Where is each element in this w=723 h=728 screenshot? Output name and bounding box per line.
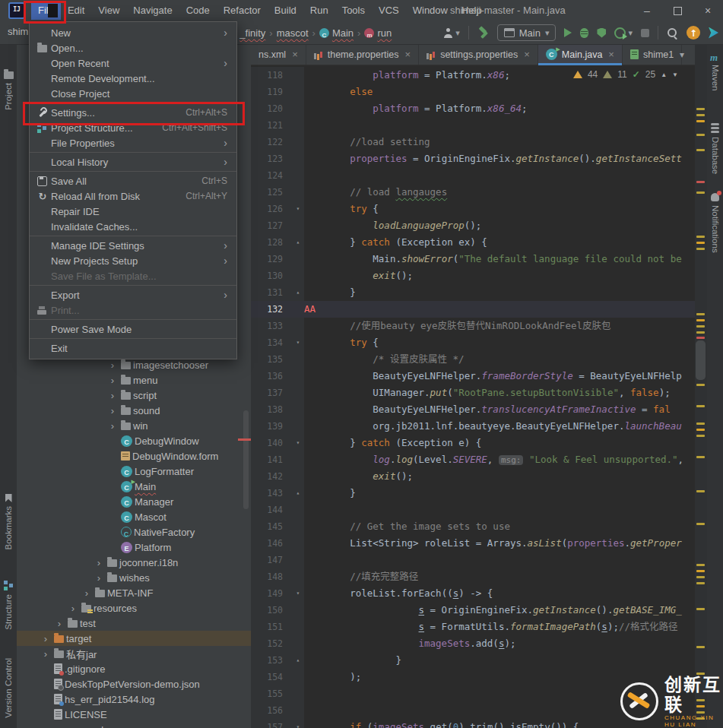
code-line-141[interactable]: 141 log.log(Level.SEVERE, msg: "Look & F…: [251, 451, 707, 468]
file-menu-item-invalidate-caches[interactable]: Invalidate Caches...: [30, 219, 236, 234]
breadcrumb-project[interactable]: shim: [8, 26, 28, 37]
code-line-135[interactable]: 135 /* 设置皮肤属性 */: [251, 351, 707, 368]
tree-item-debugwindow[interactable]: DebugWindow: [17, 433, 251, 448]
tree-item-test[interactable]: ›test: [17, 616, 251, 631]
tree-expand-arrow-icon[interactable]: ›: [53, 618, 65, 629]
fold-marker-icon[interactable]: ▴: [292, 284, 304, 301]
next-problem-button[interactable]: ▼: [672, 71, 678, 78]
code-line-146[interactable]: 146 List<String> roleList = Arrays.asLis…: [251, 535, 707, 552]
code-line-131[interactable]: 131▴ }: [251, 284, 707, 301]
editor-tab-main-java[interactable]: Main.java×: [538, 44, 623, 65]
breadcrumb-item-finity[interactable]: _finity: [239, 27, 265, 39]
fold-marker-icon[interactable]: ▾: [292, 585, 304, 602]
menubar-item-window[interactable]: Window: [406, 2, 455, 20]
code-line-150[interactable]: 150 s = OriginEngineFix.getInstance().ge…: [251, 602, 707, 619]
close-button[interactable]: ×: [693, 0, 723, 21]
menubar-item-view[interactable]: View: [91, 2, 126, 20]
minimize-button[interactable]: –: [632, 0, 662, 21]
code-line-140[interactable]: 140▾ } catch (Exception e) {: [251, 435, 707, 451]
tab-overflow-chevron-icon[interactable]: ▾: [680, 49, 684, 60]
code-line-124[interactable]: 124: [251, 167, 707, 184]
file-menu-item-open[interactable]: Open...: [30, 40, 236, 55]
tree-item-debugwindow-form[interactable]: DebugWindow.form: [17, 448, 251, 464]
file-menu-item-power-save-mode[interactable]: Power Save Mode: [30, 321, 236, 337]
code-line-126[interactable]: 126▾ try {: [251, 201, 707, 217]
file-menu-item-export[interactable]: Export›: [30, 287, 236, 302]
stop-button[interactable]: [641, 29, 649, 37]
code-line-120[interactable]: 120 platform = Platform.x86_64;: [251, 100, 707, 117]
file-menu-item-close-project[interactable]: Close Project: [30, 86, 236, 101]
tree-item-desktoppetversion-demo-json[interactable]: DeskTopPetVersion-demo.json: [17, 676, 251, 692]
warning-stripe-mark[interactable]: [696, 576, 705, 578]
fold-marker-icon[interactable]: ▾: [292, 435, 304, 451]
code-line-119[interactable]: 119 else: [251, 84, 707, 100]
build-button[interactable]: [477, 27, 489, 39]
code-line-145[interactable]: 145 // Get the image sets to use: [251, 518, 707, 535]
tree-item-main[interactable]: Main: [17, 479, 251, 494]
warning-stripe-mark[interactable]: [696, 570, 705, 572]
tool-window-button-notifications[interactable]: Notifications: [707, 193, 723, 253]
warning-stripe-mark[interactable]: [696, 456, 705, 458]
tree-expand-arrow-icon[interactable]: ›: [40, 648, 52, 660]
previous-problem-button[interactable]: ▲: [661, 71, 667, 78]
warning-stripe-mark[interactable]: [696, 646, 705, 648]
tree-item-mascot[interactable]: Mascot: [17, 509, 251, 524]
menubar-item-refactor[interactable]: Refactor: [217, 2, 268, 20]
breadcrumb-item-main[interactable]: Main: [319, 27, 354, 39]
tool-window-button-database[interactable]: Database: [707, 123, 723, 174]
warning-stripe-mark[interactable]: [696, 114, 705, 116]
editor-tab-settings-properties[interactable]: settings.properties×: [419, 44, 538, 65]
search-everywhere-button[interactable]: [667, 27, 678, 39]
tree-item-imagesetchooser[interactable]: ›imagesetchooser: [17, 357, 251, 372]
code-line-128[interactable]: 128▴ } catch (Exception ex) {: [251, 234, 707, 251]
tree-item-gitignore[interactable]: .gitignore: [17, 661, 251, 676]
tool-window-button-maven[interactable]: Maven: [707, 50, 723, 91]
warning-stripe-mark[interactable]: [696, 325, 705, 328]
tree-item-platform[interactable]: Platform: [17, 540, 251, 555]
file-menu-item-repair-ide[interactable]: Repair IDE: [30, 204, 236, 219]
warning-stripe-mark[interactable]: [696, 120, 705, 122]
project-scrollbar-thumb[interactable]: [243, 410, 249, 509]
tree-item-target[interactable]: ›target: [17, 631, 251, 646]
tool-window-button-structure[interactable]: Structure: [0, 581, 17, 630]
tree-item-menu[interactable]: ›menu: [17, 372, 251, 388]
code-line-149[interactable]: 149▾ roleList.forEach((s) -> {: [251, 585, 707, 602]
code-with-me-button[interactable]: ▾: [442, 28, 460, 38]
maximize-button[interactable]: [662, 0, 693, 21]
tree-item-license[interactable]: LICENSE: [17, 707, 251, 722]
warning-stripe-mark[interactable]: [696, 490, 705, 492]
warning-stripe-mark[interactable]: [696, 423, 705, 425]
tree-expand-arrow-icon[interactable]: ›: [40, 633, 52, 644]
tree-item-sound[interactable]: ›sound: [17, 403, 251, 418]
breadcrumb-item-mascot[interactable]: mascot: [277, 27, 309, 39]
tree-expand-arrow-icon[interactable]: ›: [106, 420, 119, 432]
tab-close-icon[interactable]: ×: [524, 49, 530, 60]
fold-marker-icon[interactable]: ▴: [292, 485, 304, 502]
error-stripe-mark[interactable]: [696, 337, 705, 339]
warning-stripe-mark[interactable]: [696, 405, 705, 407]
editor-tab-ns-xml[interactable]: ns.xml×: [251, 44, 306, 65]
code-line-121[interactable]: 121: [251, 117, 707, 134]
editor-tab-theme-properties[interactable]: theme.properties×: [306, 44, 419, 65]
warning-stripe-mark[interactable]: [696, 319, 705, 321]
warning-stripe-mark[interactable]: [696, 134, 705, 136]
tree-item-meta-inf[interactable]: ›META-INF: [17, 585, 251, 600]
code-line-148[interactable]: 148 //填充完整路径: [251, 568, 707, 585]
tree-item-script[interactable]: ›script: [17, 388, 251, 403]
editor-scrollbar-thumb[interactable]: [696, 340, 706, 380]
error-stripe-mark[interactable]: [696, 181, 705, 183]
run-button[interactable]: [564, 28, 572, 37]
menubar-item-run[interactable]: Run: [303, 2, 335, 20]
tree-item-win[interactable]: ›win: [17, 418, 251, 433]
code-line-151[interactable]: 151 s = FormatUtils.formatImagePath(s);/…: [251, 619, 707, 635]
menubar-item-build[interactable]: Build: [268, 2, 303, 20]
tree-expand-arrow-icon[interactable]: ›: [106, 405, 119, 416]
warning-stripe-mark[interactable]: [696, 523, 705, 525]
tree-item-manager[interactable]: Manager: [17, 494, 251, 509]
code-line-133[interactable]: 133 //使用beauty eye皮肤包替代NimRODLookAndFeel…: [251, 318, 707, 334]
tree-expand-arrow-icon[interactable]: ›: [81, 587, 93, 599]
fold-marker-icon[interactable]: ▾: [292, 719, 304, 728]
warning-stripe-mark[interactable]: [696, 582, 705, 584]
warning-stripe-mark[interactable]: [696, 313, 705, 315]
code-line-144[interactable]: 144: [251, 502, 707, 518]
